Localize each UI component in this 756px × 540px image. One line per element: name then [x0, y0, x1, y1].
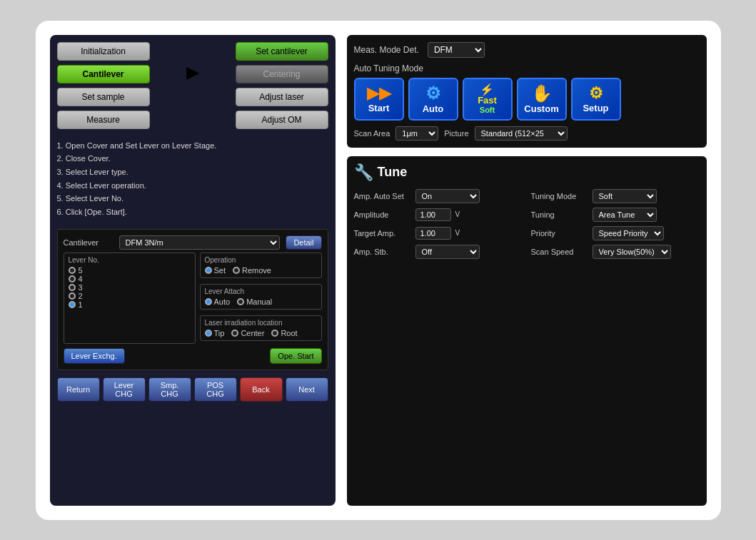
- scan-area-select[interactable]: 1μm: [395, 126, 438, 141]
- setup-label: Setup: [583, 103, 608, 113]
- tuning-mode-row: Tuning Mode Soft: [531, 189, 700, 203]
- instruction-3: 3. Select Lever type.: [57, 165, 328, 179]
- lever-attach-label: Lever Attach: [205, 287, 317, 295]
- auto-tuning-title: Auto Tuning Mode: [354, 63, 700, 73]
- measure-button[interactable]: Measure: [57, 111, 150, 129]
- set-cantilever-button[interactable]: Set cantilever: [236, 42, 328, 61]
- operation-section: Operation Set Remove: [200, 253, 322, 278]
- op-remove-label[interactable]: Remove: [233, 266, 271, 275]
- tune-grid: Amp. Auto Set On Tuning Mode Soft Amplit…: [354, 189, 700, 259]
- priority-select[interactable]: Speed Priority: [593, 226, 664, 240]
- atp-header: Meas. Mode Det. DFM: [354, 42, 700, 58]
- lever-exchg-button[interactable]: Lever Exchg.: [64, 348, 125, 364]
- centering-button: Centering: [236, 65, 328, 83]
- top-buttons-area: Initialization Cantilever Set sample Mea…: [57, 42, 328, 129]
- amplitude-unit: V: [455, 210, 460, 218]
- lever-chg-button[interactable]: Lever CHG: [103, 377, 146, 402]
- ope-start-button[interactable]: Ope. Start: [270, 348, 321, 364]
- lever-no-section: Lever No. 5 4 3 2 1: [64, 253, 196, 344]
- la-manual-label[interactable]: Manual: [237, 297, 272, 306]
- right-panel: Meas. Mode Det. DFM Auto Tuning Mode ▶▶ …: [347, 35, 707, 506]
- tuning-mode-select[interactable]: Soft: [593, 189, 657, 203]
- cantilever-select[interactable]: DFM 3N/m: [119, 235, 281, 250]
- laser-tip[interactable]: Tip: [205, 329, 225, 337]
- left-buttons: Initialization Cantilever Set sample Mea…: [57, 42, 150, 129]
- tuning-label: Tuning: [531, 210, 588, 219]
- auto-icon: ⚙: [425, 83, 441, 103]
- op-set-label[interactable]: Set: [205, 266, 226, 275]
- instructions-list: 1. Open Cover and Set Lever on Lever Sta…: [57, 139, 328, 219]
- target-amp-label: Target Amp.: [354, 229, 411, 238]
- return-button[interactable]: Return: [57, 377, 100, 402]
- instruction-4: 4. Select Lever operation.: [57, 179, 328, 193]
- fastsoft-button[interactable]: ⚡ Fast Soft: [463, 78, 513, 121]
- initialization-button[interactable]: Initialization: [57, 42, 150, 61]
- target-amp-value: 1.00: [415, 227, 451, 240]
- picture-label: Picture: [444, 129, 468, 138]
- lever-attach-radio-row: Auto Manual: [205, 297, 317, 306]
- operation-radio-row: Set Remove: [205, 266, 317, 275]
- instruction-5: 5. Select Lever No.: [57, 192, 328, 205]
- atp-footer: Scan Area 1μm Picture Standard (512×25: [354, 126, 700, 141]
- tuning-mode-label: Tuning Mode: [531, 192, 588, 200]
- pos-chg-button[interactable]: POS CHG: [194, 377, 237, 402]
- auto-label: Auto: [423, 103, 444, 114]
- lever-item-5: 5: [69, 266, 191, 275]
- meas-mode-select[interactable]: DFM: [428, 42, 485, 58]
- adjust-om-button[interactable]: Adjust OM: [236, 111, 328, 129]
- priority-label: Priority: [531, 229, 588, 238]
- setup-icon: ⚙: [589, 84, 603, 103]
- instruction-6: 6. Click [Ope. Start].: [57, 205, 328, 219]
- laser-label: Laser irradiation location: [205, 319, 317, 327]
- nav-bar: Return Lever CHG Smp. CHG POS CHG Back N…: [57, 377, 328, 402]
- amp-auto-set-row: Amp. Auto Set On: [354, 189, 523, 203]
- lever-item-2: 2: [69, 292, 191, 300]
- laser-section: Laser irradiation location Tip Center Ro…: [200, 315, 322, 341]
- cantilever-label: Cantilever: [64, 238, 114, 247]
- back-button[interactable]: Back: [240, 377, 283, 402]
- start-label: Start: [368, 103, 390, 113]
- amplitude-value: 1.00: [415, 208, 451, 221]
- scan-speed-select[interactable]: Very Slow(50%): [593, 245, 671, 259]
- priority-row: Priority Speed Priority: [531, 226, 700, 240]
- tune-icon: 🔧: [354, 163, 373, 182]
- next-button[interactable]: Next: [286, 377, 328, 402]
- start-icon: ▶▶: [367, 84, 391, 103]
- picture-select[interactable]: Standard (512×25: [475, 126, 568, 141]
- cantilever-row: Cantilever DFM 3N/m Detail: [64, 235, 322, 250]
- laser-center[interactable]: Center: [231, 329, 264, 337]
- adjust-laser-button[interactable]: Adjust laser: [236, 88, 328, 106]
- auto-button[interactable]: ⚙ Auto: [408, 78, 458, 121]
- lever-item-1: 1: [69, 300, 191, 309]
- amplitude-label: Amplitude: [354, 210, 411, 219]
- set-sample-button[interactable]: Set sample: [57, 88, 150, 106]
- lever-no-label: Lever No.: [69, 256, 191, 264]
- custom-button[interactable]: ✋ Custom: [517, 78, 567, 121]
- meas-mode-label: Meas. Mode Det.: [354, 45, 419, 55]
- cantilever-button[interactable]: Cantilever: [57, 65, 150, 83]
- fast-label: Fast: [478, 96, 497, 106]
- setup-button[interactable]: ⚙ Setup: [571, 78, 621, 121]
- tune-panel: 🔧 Tune Amp. Auto Set On Tuning Mode Soft: [347, 156, 707, 506]
- tuning-select[interactable]: Area Tune: [593, 208, 657, 222]
- arrow-indicator: ▶: [186, 42, 198, 82]
- atp-buttons-row: ▶▶ Start ⚙ Auto ⚡ Fast Soft: [354, 78, 700, 121]
- lever-attach-section: Lever Attach Auto Manual: [200, 284, 322, 310]
- tuning-row: Tuning Area Tune: [531, 208, 700, 222]
- detail-button[interactable]: Detail: [286, 235, 321, 250]
- custom-label: Custom: [524, 103, 558, 114]
- right-sections: Operation Set Remove Lever Attach Auto M…: [200, 253, 322, 344]
- la-auto-label[interactable]: Auto: [205, 297, 231, 306]
- laser-root[interactable]: Root: [271, 329, 297, 337]
- tune-title: Tune: [378, 165, 408, 180]
- amp-auto-set-select[interactable]: On: [415, 189, 480, 203]
- smp-chg-button[interactable]: Smp. CHG: [148, 377, 191, 402]
- start-button[interactable]: ▶▶ Start: [354, 78, 404, 121]
- sub-sections: Lever No. 5 4 3 2 1 Operation Set Remove: [64, 253, 322, 344]
- amp-stb-select[interactable]: Off: [415, 245, 480, 259]
- left-panel: Initialization Cantilever Set sample Mea…: [50, 35, 336, 506]
- amp-auto-set-label: Amp. Auto Set: [354, 192, 411, 200]
- scan-speed-label: Scan Speed: [531, 248, 588, 256]
- operation-label: Operation: [205, 256, 317, 264]
- custom-icon: ✋: [531, 83, 553, 103]
